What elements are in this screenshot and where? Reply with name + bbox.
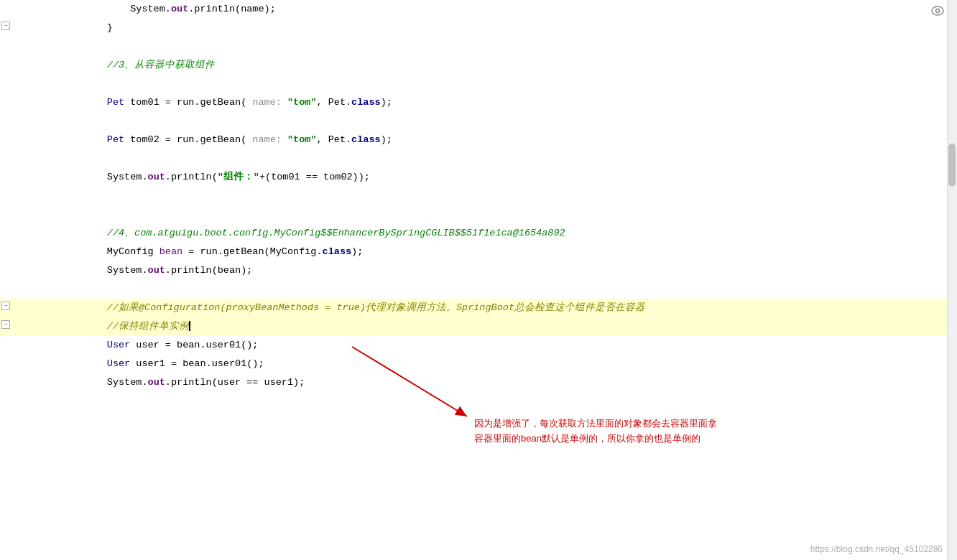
editor-container: System.out.println(name); − } //3、从容器中获取… [0,0,957,560]
code-line-2: − } [0,19,957,37]
annotation-line-2: 容器里面的bean默认是单例的，所以你拿的也是单例的 [474,431,885,447]
user-type-1: User [107,340,130,350]
code-content-1: System.out.println(name); [49,0,957,19]
pet-type: Pet [107,97,124,108]
annotation-comment-1: //如果@Configuration(proxyBeanMethods = tr… [60,302,645,313]
name-hint-1: name: [252,97,282,108]
class-kw-2: class [351,134,381,145]
code-content-13: //4、com.atguigu.boot.config.MyConfig$$En… [49,224,957,243]
code-content-5 [49,75,957,93]
code-line-12 [0,205,957,224]
out-kw-2: out [148,172,165,182]
pet-type-2: Pet [107,134,124,145]
code-line-9 [0,149,957,168]
fold-icon-2[interactable]: − [1,22,10,30]
code-content-19: User user = bean.user01(); [49,336,957,355]
code-content-12 [49,205,957,224]
code-content-16 [49,280,957,299]
code-line-1: System.out.println(name); [0,0,957,19]
code-line-4: //3、从容器中获取组件 [0,56,957,75]
code-content-8: Pet tom02 = run.getBean( name: "tom", Pe… [49,131,957,149]
out-kw-3: out [148,265,165,276]
code-content-11 [49,187,957,205]
code-line-10: System.out.println("组件："+(tom01 == tom02… [0,168,957,187]
svg-point-3 [936,9,940,13]
annotation-comment-2: //保持组件单实例 [60,321,189,332]
code-line-21: System.out.println(user == user1); [0,373,957,392]
annotation-text-box: 因为是增强了，每次获取方法里面的对象都会去容器里面拿 容器里面的bean默认是单… [474,416,885,488]
code-content-3 [49,37,957,56]
comment-4: //4、com.atguigu.boot.config.MyConfig$$En… [107,228,565,238]
fold-icon-18[interactable]: − [1,320,10,329]
class-kw-3: class [323,246,352,257]
code-content-18: //保持组件单实例 [49,317,957,336]
code-content-20: User user1 = bean.user01(); [49,355,957,373]
code-content-9 [49,149,957,168]
out-kw-4: out [148,377,165,388]
code-area[interactable]: System.out.println(name); − } //3、从容器中获取… [0,0,957,560]
scrollbar-right[interactable] [947,0,957,560]
class-kw-1: class [351,97,381,108]
tom-string-2: "tom" [287,134,317,145]
comment-3: //3、从容器中获取组件 [107,60,215,70]
code-line-18: − //保持组件单实例 [0,317,957,336]
code-line-19: User user = bean.user01(); [0,336,957,355]
eye-icon[interactable] [931,6,944,19]
code-line-20: User user1 = bean.user01(); [0,355,957,373]
code-line-16 [0,280,957,299]
code-line-7 [0,112,957,131]
code-content-4: //3、从容器中获取组件 [49,56,957,75]
code-line-3 [0,37,957,56]
code-content-6: Pet tom01 = run.getBean( name: "tom", Pe… [49,93,957,112]
tom-string-1: "tom" [287,97,317,108]
fold-icon-17[interactable]: − [1,302,10,310]
code-content-2: } [49,19,957,37]
code-line-6: Pet tom01 = run.getBean( name: "tom", Pe… [0,93,957,112]
code-content-17: //如果@Configuration(proxyBeanMethods = tr… [49,299,957,317]
text-cursor [189,321,190,331]
out-keyword: out [171,4,188,14]
code-content-7 [49,112,957,131]
code-line-5 [0,75,957,93]
code-line-17: − //如果@Configuration(proxyBeanMethods = … [0,299,957,317]
scrollbar-thumb[interactable] [948,144,956,187]
watermark: https://blog.csdn.net/qq_45102286 [810,544,943,554]
code-line-15: System.out.println(bean); [0,261,957,280]
code-content-14: MyConfig bean = run.getBean(MyConfig.cla… [49,243,957,261]
component-string: "组件：" [218,172,259,182]
svg-point-2 [932,6,943,15]
code-line-11 [0,187,957,205]
code-line-8: Pet tom02 = run.getBean( name: "tom", Pe… [0,131,957,149]
annotation-line-1: 因为是增强了，每次获取方法里面的对象都会去容器里面拿 [474,416,885,431]
code-line-14: MyConfig bean = run.getBean(MyConfig.cla… [0,243,957,261]
user-type-2: User [107,358,130,369]
code-line-13: //4、com.atguigu.boot.config.MyConfig$$En… [0,224,957,243]
code-content-21: System.out.println(user == user1); [49,373,957,392]
bean-var: bean [160,246,182,257]
name-hint-2: name: [252,134,282,145]
code-content-15: System.out.println(bean); [49,261,957,280]
code-content-10: System.out.println("组件："+(tom01 == tom02… [49,168,957,187]
